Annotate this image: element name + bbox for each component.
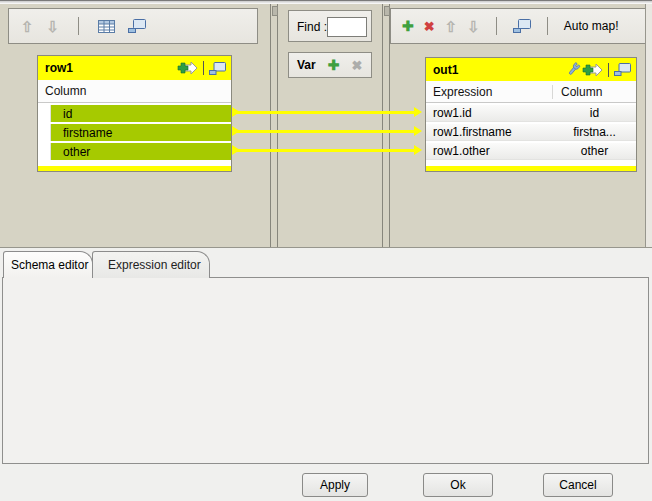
input-table-row1: row1 Column id firstname other — [37, 55, 232, 172]
row1-entry-other[interactable]: other — [38, 143, 231, 160]
table-view-icon[interactable] — [98, 20, 115, 33]
out1-title: out1 — [433, 63, 566, 77]
minimize-table-icon[interactable] — [614, 63, 631, 76]
find-box: Find : — [288, 10, 372, 42]
row1-bottom-bar — [38, 166, 231, 171]
row1-column-other[interactable]: other — [51, 143, 231, 160]
map-arrow-icon — [414, 107, 422, 117]
row1-entry-firstname[interactable]: firstname — [38, 124, 231, 141]
map-arrow-icon — [414, 145, 422, 155]
header-divider — [203, 61, 204, 75]
left-splitter[interactable] — [270, 4, 278, 247]
tmap-editor-window: ⇧ ⇩ row1 Column id firstname other — [0, 0, 652, 501]
delete-output-icon[interactable]: ✖ — [424, 20, 435, 33]
cancel-button[interactable]: Cancel — [543, 473, 613, 497]
minimize-window-icon[interactable] — [513, 19, 531, 33]
move-up-icon[interactable]: ⇧ — [445, 19, 458, 34]
expression-cell[interactable]: row1.id — [426, 106, 553, 120]
out1-entry-firstname[interactable]: row1.firstname firstna... — [426, 124, 636, 141]
column-cell[interactable]: id — [553, 106, 636, 120]
delete-var-icon[interactable]: ✖ — [351, 59, 362, 72]
map-link-other[interactable] — [232, 149, 416, 152]
map-link-firstname[interactable] — [232, 130, 416, 133]
out1-entry-id[interactable]: row1.id id — [426, 105, 636, 122]
out1-entry-other[interactable]: row1.other other — [426, 143, 636, 160]
var-label: Var — [297, 58, 316, 72]
settings-wrench-icon[interactable] — [566, 62, 582, 77]
row-selector[interactable] — [38, 124, 51, 141]
column-cell[interactable]: firstna... — [553, 125, 636, 139]
column-header: Column — [553, 85, 602, 99]
map-arrow-icon — [232, 107, 240, 117]
map-arrow-icon — [414, 126, 422, 136]
input-toolbar: ⇧ ⇩ — [8, 8, 258, 44]
move-up-icon[interactable]: ⇧ — [21, 19, 34, 34]
column-cell[interactable]: other — [553, 144, 636, 158]
map-arrow-icon — [232, 145, 240, 155]
mapper-right-scrollbar[interactable] — [645, 4, 652, 247]
row1-column-header: Column — [38, 80, 231, 103]
find-input[interactable] — [327, 17, 367, 37]
schema-editor-panel — [2, 277, 649, 464]
output-toolbar: ✚ ✖ ⇧ ⇩ Auto map! — [390, 8, 648, 44]
ok-button[interactable]: Ok — [423, 473, 493, 497]
expression-header: Expression — [426, 85, 553, 99]
out1-bottom-bar — [426, 166, 636, 171]
move-down-icon[interactable]: ⇩ — [47, 19, 60, 34]
add-var-icon[interactable]: ✚ — [328, 58, 340, 72]
out1-header: out1 — [426, 58, 636, 81]
row-selector[interactable] — [38, 143, 51, 160]
apply-button[interactable]: Apply — [302, 473, 368, 497]
add-column-arrow-icon[interactable] — [582, 62, 603, 78]
map-link-id[interactable] — [232, 111, 416, 114]
row1-title: row1 — [45, 61, 177, 75]
var-box: Var ✚ ✖ — [288, 52, 372, 78]
row1-column-firstname[interactable]: firstname — [51, 124, 231, 141]
map-arrow-icon — [232, 126, 240, 136]
row-selector[interactable] — [38, 105, 51, 122]
toolbar-divider — [496, 17, 497, 35]
row1-header: row1 — [38, 56, 231, 80]
header-divider — [608, 63, 609, 77]
toolbar-divider — [547, 17, 548, 35]
expression-cell[interactable]: row1.firstname — [426, 125, 553, 139]
minimize-window-icon[interactable] — [128, 19, 146, 33]
auto-map-button[interactable]: Auto map! — [564, 19, 619, 33]
output-table-out1: out1 Expression Column row1.id id row1.f… — [425, 57, 637, 172]
tab-expression-editor[interactable]: Expression editor — [92, 251, 210, 278]
expression-cell[interactable]: row1.other — [426, 144, 553, 158]
add-output-icon[interactable]: ✚ — [402, 19, 414, 33]
out1-column-headers: Expression Column — [426, 81, 636, 103]
row1-entry-id[interactable]: id — [38, 105, 231, 122]
add-column-arrow-icon[interactable] — [177, 60, 198, 76]
row1-column-id[interactable]: id — [51, 105, 231, 122]
move-down-icon[interactable]: ⇩ — [467, 19, 480, 34]
right-splitter[interactable] — [382, 4, 390, 247]
find-label: Find : — [297, 20, 327, 34]
minimize-table-icon[interactable] — [209, 62, 226, 75]
toolbar-divider — [78, 17, 79, 35]
tab-schema-editor[interactable]: Schema editor — [3, 251, 93, 278]
